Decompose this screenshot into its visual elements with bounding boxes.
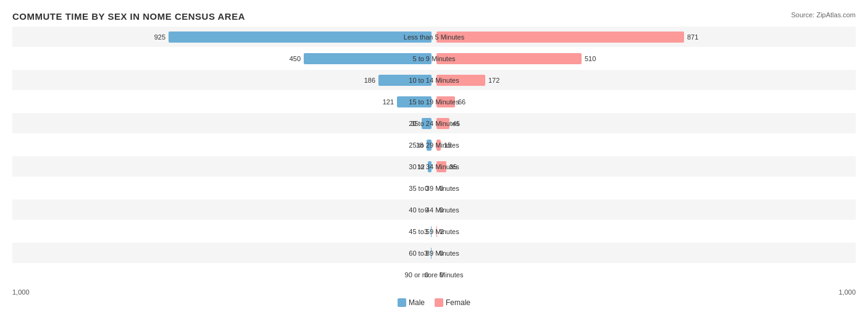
right-side: 0	[434, 248, 856, 259]
right-side: 35	[434, 161, 856, 172]
female-value: 0	[440, 250, 455, 257]
male-color-box	[398, 298, 406, 307]
right-side: 0	[434, 204, 856, 216]
right-side: 0	[434, 269, 856, 280]
right-side: 45	[434, 118, 856, 129]
bar-row: 450 5 to 9 Minutes 510	[12, 48, 856, 69]
chart-title: COMMUTE TIME BY SEX IN NOME CENSUS AREA	[12, 11, 856, 22]
female-bar	[436, 226, 437, 237]
male-value: 3	[412, 250, 428, 257]
right-side: 66	[434, 96, 856, 107]
right-side: 15	[434, 140, 856, 151]
left-side: 18	[12, 140, 434, 151]
female-color-box	[435, 298, 443, 307]
male-value: 450	[285, 55, 301, 62]
male-value: 3	[412, 228, 428, 235]
female-bar	[436, 161, 446, 172]
left-side: 0	[12, 183, 434, 194]
right-side: 0	[434, 183, 856, 194]
female-bar	[436, 31, 684, 43]
source-text: Source: ZipAtlas.com	[791, 11, 856, 19]
male-bar	[428, 161, 432, 172]
male-value: 925	[150, 33, 165, 41]
right-side: 510	[434, 53, 856, 64]
male-value: 0	[413, 271, 428, 279]
bar-row: 0 90 or more Minutes 0	[12, 264, 856, 285]
female-value: 35	[449, 163, 465, 170]
bar-row: 0 40 to 44 Minutes 0	[12, 199, 856, 220]
female-value: 45	[453, 120, 468, 127]
male-bar	[304, 53, 432, 64]
female-bar	[436, 140, 441, 151]
male-bar	[169, 31, 432, 43]
male-bar	[431, 226, 432, 237]
legend-female: Female	[435, 298, 470, 307]
female-bar	[436, 96, 455, 107]
left-side: 121	[12, 96, 434, 107]
male-bar	[427, 140, 432, 151]
left-side: 925	[12, 31, 434, 43]
male-value: 186	[360, 77, 375, 84]
axis-row: 1,000 1,000	[12, 288, 856, 296]
female-bar	[436, 118, 449, 129]
bar-row: 186 10 to 14 Minutes 172	[12, 70, 856, 90]
female-value: 172	[488, 77, 504, 84]
female-value: 15	[444, 141, 459, 149]
male-value: 0	[413, 185, 428, 192]
axis-right: 1,000	[838, 288, 856, 296]
axis-left: 1,000	[12, 288, 30, 296]
bar-row: 0 35 to 39 Minutes 0	[12, 178, 856, 198]
male-bar	[431, 248, 432, 259]
male-value: 18	[408, 141, 424, 149]
male-value: 121	[378, 98, 394, 106]
left-side: 450	[12, 53, 434, 64]
legend: Male Female	[12, 298, 856, 307]
chart-container: COMMUTE TIME BY SEX IN NOME CENSUS AREA …	[0, 0, 868, 323]
female-bar	[436, 53, 582, 64]
bar-row: 121 15 to 19 Minutes 66	[12, 91, 856, 112]
female-value: 2	[440, 228, 456, 235]
bar-row: 925 Less than 5 Minutes 871	[12, 27, 856, 47]
right-side: 2	[434, 226, 856, 237]
male-label: Male	[409, 298, 425, 307]
male-value: 12	[409, 163, 425, 170]
male-value: 35	[403, 120, 419, 127]
female-value: 0	[440, 185, 455, 192]
female-value: 510	[585, 55, 600, 62]
left-side: 35	[12, 118, 434, 129]
bar-row: 35 20 to 24 Minutes 45	[12, 113, 856, 133]
male-bar	[378, 75, 432, 86]
female-value: 0	[440, 271, 455, 279]
right-side: 871	[434, 31, 856, 43]
female-value: 66	[458, 98, 474, 106]
left-side: 0	[12, 204, 434, 216]
female-label: Female	[446, 298, 470, 307]
left-side: 3	[12, 226, 434, 237]
right-side: 172	[434, 75, 856, 86]
male-bar	[397, 96, 432, 107]
bar-row: 3 60 to 89 Minutes 0	[12, 243, 856, 263]
male-bar	[422, 118, 432, 129]
legend-male: Male	[398, 298, 425, 307]
female-value: 871	[687, 33, 703, 41]
bar-row: 12 30 to 34 Minutes 35	[12, 156, 856, 177]
left-side: 0	[12, 269, 434, 280]
left-side: 3	[12, 248, 434, 259]
bars-area: 925 Less than 5 Minutes 871 450 5 to 9 M…	[12, 27, 856, 285]
bar-row: 18 25 to 29 Minutes 15	[12, 135, 856, 155]
male-value: 0	[413, 206, 428, 214]
left-side: 186	[12, 75, 434, 86]
left-side: 12	[12, 161, 434, 172]
female-value: 0	[440, 206, 455, 214]
bar-row: 3 45 to 59 Minutes 2	[12, 221, 856, 241]
female-bar	[436, 75, 485, 86]
